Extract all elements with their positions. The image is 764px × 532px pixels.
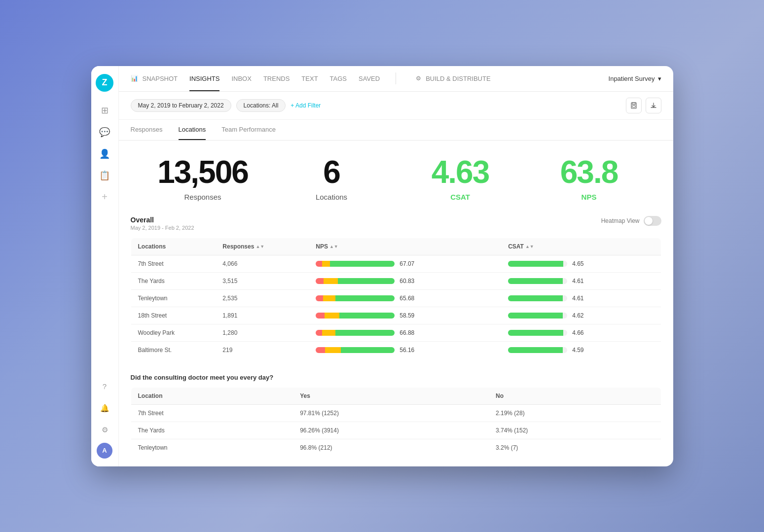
sidebar-icon-task[interactable]: 📋 [96, 167, 113, 184]
table-header-row: Locations Responses ▲▼ NPS [131, 238, 661, 255]
table-row: The Yards 3,515 60.83 4.61 [131, 272, 661, 289]
cell-location: Woodley Park [131, 324, 216, 341]
cell-csat: 4.66 [501, 324, 661, 341]
cell-csat: 4.61 [501, 272, 661, 289]
filter-bar: May 2, 2019 to February 2, 2022 Location… [119, 92, 673, 120]
cell-nps: 67.07 [309, 255, 501, 272]
survey-selector[interactable]: Inpatient Survey ▾ [609, 75, 661, 82]
th-responses[interactable]: Responses ▲▼ [216, 238, 309, 255]
tab-team-performance[interactable]: Team Performance [221, 120, 276, 140]
section-subtitle: May 2, 2019 - Feb 2, 2022 [131, 225, 194, 231]
table-row: Woodley Park 1,280 66.88 4.66 [131, 324, 661, 341]
sidebar-icon-grid[interactable]: ⊞ [96, 102, 113, 119]
qcell-no: 3.74% (152) [489, 422, 661, 439]
add-filter-btn[interactable]: + Add Filter [291, 102, 321, 109]
th-nps[interactable]: NPS ▲▼ [309, 238, 501, 255]
th-csat[interactable]: CSAT ▲▼ [501, 238, 661, 255]
locations-label: Locations [316, 193, 347, 201]
top-nav: 📊 SNAPSHOT INSIGHTS INBOX TRENDS TEXT TA… [119, 66, 673, 92]
qcell-yes: 97.81% (1252) [293, 404, 489, 422]
nav-saved[interactable]: SAVED [359, 66, 380, 92]
section-header: Overall May 2, 2019 - Feb 2, 2022 Heatma… [131, 211, 661, 231]
location-filter[interactable]: Locations: All [236, 99, 286, 112]
question-table: Location Yes No 7th Street 97.81% (1252)… [131, 387, 661, 457]
sidebar: Z ⊞ 💬 👤 📋 + ? 🔔 ⚙ A [91, 66, 119, 466]
build-icon: ⚙ [416, 75, 421, 82]
responses-value: 13,506 [157, 156, 248, 188]
cell-location: 18th Street [131, 307, 216, 324]
stats-row: 13,506 Responses 6 Locations 4.63 CSAT 6… [119, 141, 673, 211]
cell-nps: 65.68 [309, 289, 501, 307]
sidebar-icon-add[interactable]: + [96, 188, 113, 206]
snapshot-icon: 📊 [131, 75, 138, 82]
sidebar-icon-settings[interactable]: ⚙ [96, 421, 113, 439]
sidebar-icon-chat[interactable]: 💬 [96, 123, 113, 141]
cell-responses: 4,066 [216, 255, 309, 272]
sidebar-icon-user[interactable]: 👤 [96, 145, 113, 163]
cell-responses: 219 [216, 341, 309, 358]
cell-location: 7th Street [131, 255, 216, 272]
nav-inbox[interactable]: INBOX [231, 66, 251, 92]
question-row: The Yards 96.26% (3914) 3.74% (152) [131, 422, 661, 439]
table-row: 18th Street 1,891 58.59 4.62 [131, 307, 661, 324]
qcell-no: 2.19% (28) [489, 404, 661, 422]
main-content: 📊 SNAPSHOT INSIGHTS INBOX TRENDS TEXT TA… [119, 66, 673, 466]
qcell-yes: 96.26% (3914) [293, 422, 489, 439]
cell-nps: 56.16 [309, 341, 501, 358]
nps-label: NPS [582, 193, 597, 201]
question-header-row: Location Yes No [131, 387, 661, 404]
nav-text[interactable]: TEXT [301, 66, 318, 92]
cell-csat: 4.65 [501, 255, 661, 272]
save-btn[interactable] [626, 98, 642, 113]
sort-arrows-csat: ▲▼ [525, 244, 534, 249]
qth-no: No [489, 387, 661, 404]
th-locations: Locations [131, 238, 216, 255]
question-title: Did the consulting doctor meet you every… [131, 374, 661, 381]
cell-responses: 2,535 [216, 289, 309, 307]
qcell-yes: 96.8% (212) [293, 439, 489, 456]
sort-arrows-nps: ▲▼ [329, 244, 338, 249]
nps-value: 63.8 [560, 156, 618, 188]
content-area: 13,506 Responses 6 Locations 4.63 CSAT 6… [119, 141, 673, 466]
content-tabs: Responses Locations Team Performance [119, 120, 673, 141]
svg-rect-1 [632, 103, 635, 105]
cell-csat: 4.61 [501, 289, 661, 307]
nav-tags[interactable]: TAGS [330, 66, 347, 92]
tab-responses[interactable]: Responses [131, 120, 163, 140]
date-filter[interactable]: May 2, 2019 to February 2, 2022 [131, 99, 231, 112]
qth-yes: Yes [293, 387, 489, 404]
heatmap-toggle[interactable]: Heatmap View [601, 216, 661, 226]
sidebar-icon-bell[interactable]: 🔔 [96, 399, 113, 417]
table-row: Tenleytown 2,535 65.68 4.61 [131, 289, 661, 307]
cell-nps: 60.83 [309, 272, 501, 289]
cell-location: Baltimore St. [131, 341, 216, 358]
cell-nps: 66.88 [309, 324, 501, 341]
nav-divider [396, 72, 396, 84]
nav-snapshot[interactable]: 📊 SNAPSHOT [131, 66, 178, 92]
overall-section: Overall May 2, 2019 - Feb 2, 2022 Heatma… [119, 211, 673, 369]
section-title: Overall [131, 216, 194, 224]
csat-label: CSAT [450, 193, 470, 201]
cell-location: Tenleytown [131, 289, 216, 307]
qcell-location: Tenleytown [131, 439, 293, 456]
cell-nps: 58.59 [309, 307, 501, 324]
sidebar-avatar[interactable]: A [97, 443, 112, 459]
stat-responses: 13,506 Responses [139, 156, 267, 201]
toggle-switch[interactable] [644, 216, 661, 226]
nav-trends[interactable]: TRENDS [263, 66, 290, 92]
download-btn[interactable] [646, 98, 661, 113]
sidebar-icon-help[interactable]: ? [96, 378, 113, 395]
nav-insights[interactable]: INSIGHTS [189, 66, 219, 92]
locations-table: Locations Responses ▲▼ NPS [131, 238, 661, 359]
qcell-no: 3.2% (7) [489, 439, 661, 456]
sort-arrows-responses: ▲▼ [255, 244, 264, 249]
table-row: 7th Street 4,066 67.07 4.65 [131, 255, 661, 272]
tab-locations[interactable]: Locations [179, 120, 206, 140]
app-logo[interactable]: Z [96, 74, 113, 92]
filter-actions [626, 98, 661, 113]
nav-build[interactable]: ⚙ BUILD & DISTRIBUTE [416, 66, 490, 92]
question-row: Tenleytown 96.8% (212) 3.2% (7) [131, 439, 661, 456]
cell-location: The Yards [131, 272, 216, 289]
section-title-block: Overall May 2, 2019 - Feb 2, 2022 [131, 216, 194, 231]
chevron-down-icon: ▾ [658, 75, 661, 82]
